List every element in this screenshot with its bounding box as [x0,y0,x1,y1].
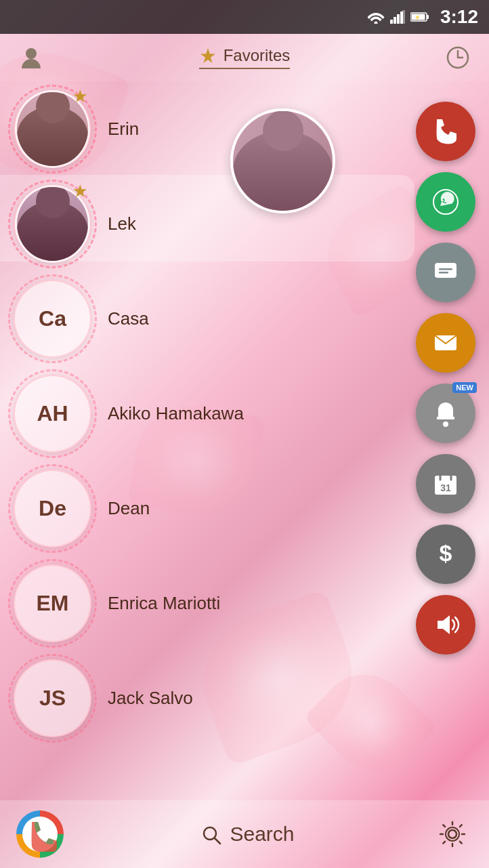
volume-icon [431,610,461,640]
calendar-icon: 31 [431,469,461,499]
flower-border-casa [8,274,97,363]
flower-border-jack [8,654,97,743]
flower-border-akiko [8,369,97,458]
svg-rect-21 [435,476,456,482]
svg-rect-16 [439,268,452,270]
lek-silhouette [17,201,88,260]
person-icon [19,45,43,70]
svg-rect-1 [390,20,393,24]
contact-name-akiko: Akiko Hamakawa [108,403,244,424]
whatsapp-icon [431,187,461,217]
svg-rect-17 [439,272,448,274]
search-label: Search [230,823,294,846]
overlay-avatar-emi[interactable] [230,108,335,213]
svg-line-27 [215,838,220,844]
flower-border-dean [8,464,97,553]
contact-item-jack[interactable]: JS Jack Salvo [0,650,489,745]
contact-name-erin: Erin [108,119,139,140]
settings-icon [438,819,467,849]
history-tab[interactable] [443,43,473,73]
search-bar[interactable]: Search [64,823,432,846]
bottom-bar: Search [0,800,489,868]
flower-border-enrica [8,559,97,648]
svg-point-0 [374,22,377,24]
svg-rect-3 [397,14,400,24]
contacts-tab[interactable] [16,43,46,73]
email-action-button[interactable] [416,313,475,373]
svg-text:31: 31 [440,482,451,493]
contact-name-casa: Casa [108,308,149,329]
signal-icon [390,10,405,24]
contact-avatar-dean: De [14,470,91,547]
contact-avatar-lek: ★ [14,185,91,263]
contact-name-lek: Lek [108,213,136,234]
contact-name-jack: Jack Salvo [108,688,193,709]
contact-avatar-erin: ★ [14,90,91,168]
svg-point-28 [448,830,456,838]
favorites-tab[interactable]: Favorites [199,46,291,69]
favorites-label: Favorites [224,46,291,65]
dialer-phone-icon [22,817,58,852]
search-icon-svg [201,825,221,845]
action-buttons-panel: NEW 31 $ [416,102,475,655]
calendar-action-button[interactable]: 31 [416,454,475,514]
favorite-star-erin: ★ [73,88,87,106]
clock-icon [446,45,470,70]
contact-avatar-casa: Ca [14,280,91,358]
star-icon [199,47,217,64]
erin-silhouette [17,106,88,165]
bell-icon [431,398,461,428]
svg-rect-2 [394,17,396,24]
message-icon [431,257,461,287]
contact-name-dean: Dean [108,498,150,519]
message-action-button[interactable] [416,243,475,302]
erin-head [36,92,70,124]
status-icons: ⚡ 3:12 [367,6,478,28]
search-icon [201,823,221,846]
phone-icon [431,117,461,146]
svg-point-10 [26,48,37,59]
svg-rect-5 [402,10,405,24]
svg-text:⚡: ⚡ [414,14,420,20]
bell-action-button[interactable]: NEW [416,384,475,443]
emi-silhouette [233,131,333,211]
dialer-inner [22,817,58,852]
svg-rect-7 [427,15,429,19]
svg-point-19 [443,421,448,427]
favorite-star-lek: ★ [73,183,87,201]
whatsapp-action-button[interactable] [416,172,475,232]
top-navigation: Favorites [0,34,489,81]
lek-head [36,187,70,219]
dollar-action-button[interactable]: $ [416,524,475,584]
dollar-icon: $ [431,539,461,569]
status-time: 3:12 [440,6,478,28]
dialer-button[interactable] [16,810,64,858]
overlay-avatar-photo [233,111,333,211]
contact-avatar-jack: JS [14,659,91,737]
svg-text:$: $ [440,540,452,566]
status-bar: ⚡ 3:12 [0,0,489,34]
wifi-icon [367,10,385,24]
new-badge: NEW [452,382,477,393]
settings-button[interactable] [432,814,473,854]
email-icon [431,328,461,358]
contact-avatar-akiko: AH [14,375,91,453]
contact-name-enrica: Enrica Mariotti [108,593,220,614]
contact-avatar-enrica: EM [14,564,91,642]
volume-action-button[interactable] [416,595,475,655]
phone-action-button[interactable] [416,102,475,161]
emi-head [263,110,303,151]
battery-icon: ⚡ [410,12,429,22]
